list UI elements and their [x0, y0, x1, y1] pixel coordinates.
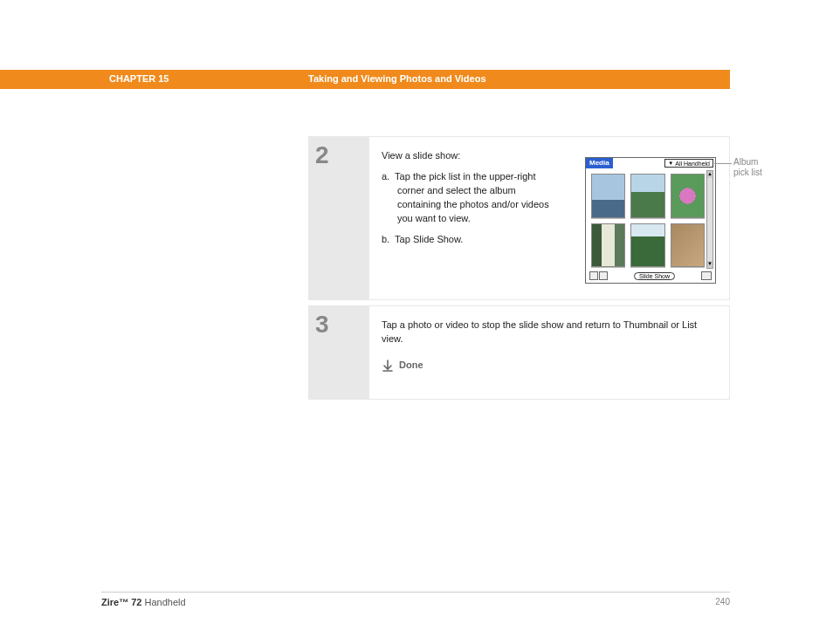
picklist-value: All Handheld — [675, 161, 710, 167]
device-screenshot: Media ▼ All Handheld ▲ ▼ Slide Show — [585, 157, 716, 284]
thumbnail[interactable] — [630, 174, 664, 218]
scroll-down-icon[interactable]: ▼ — [707, 261, 713, 268]
done-row: Done — [382, 359, 717, 373]
thumbnail[interactable] — [671, 174, 705, 218]
thumbnail[interactable] — [630, 223, 664, 268]
step-number: 3 — [315, 311, 329, 339]
thumbnail[interactable] — [591, 174, 625, 218]
scroll-up-icon[interactable]: ▲ — [707, 171, 713, 178]
step-number-box: 2 — [308, 136, 369, 300]
slide-show-button[interactable]: Slide Show — [634, 272, 675, 280]
dropdown-caret-icon: ▼ — [668, 161, 673, 166]
thumbnail[interactable] — [591, 223, 625, 268]
step-number: 2 — [315, 141, 329, 169]
thumbnail-grid — [591, 174, 705, 267]
done-arrow-icon — [382, 360, 394, 372]
page-number: 240 — [715, 597, 730, 606]
step-3-text: Tap a photo or video to stop the slide s… — [382, 319, 717, 346]
step-3-block: 3 Tap a photo or video to stop the slide… — [308, 305, 730, 400]
thumbnail[interactable] — [671, 223, 705, 268]
device-toolbar: Slide Show — [589, 271, 712, 281]
album-pick-list[interactable]: ▼ All Handheld — [664, 159, 713, 168]
callout-label: Album pick list — [733, 157, 762, 178]
chapter-header-bar: CHAPTER 15 Taking and Viewing Photos and… — [0, 70, 730, 89]
view-switcher — [589, 271, 608, 280]
scrollbar[interactable]: ▲ ▼ — [706, 170, 713, 269]
thumbnail-view-icon[interactable] — [589, 271, 598, 280]
footer-product: Zire™ 72 Handheld — [101, 597, 186, 607]
step-number-box: 3 — [308, 305, 369, 400]
callout-leader-line — [714, 163, 732, 164]
chapter-label: CHAPTER 15 — [109, 73, 169, 84]
step-2a: a. Tap the pick list in the upper-right … — [382, 170, 561, 226]
device-corner-button[interactable] — [701, 271, 712, 280]
footer-rule — [101, 592, 730, 593]
step-2b: b. Tap Slide Show. — [382, 233, 561, 247]
step-3-content: Tap a photo or video to stop the slide s… — [369, 305, 730, 400]
chapter-title: Taking and Viewing Photos and Videos — [308, 73, 486, 84]
device-app-title: Media — [586, 158, 613, 168]
list-view-icon[interactable] — [599, 271, 608, 280]
done-label: Done — [399, 359, 423, 373]
